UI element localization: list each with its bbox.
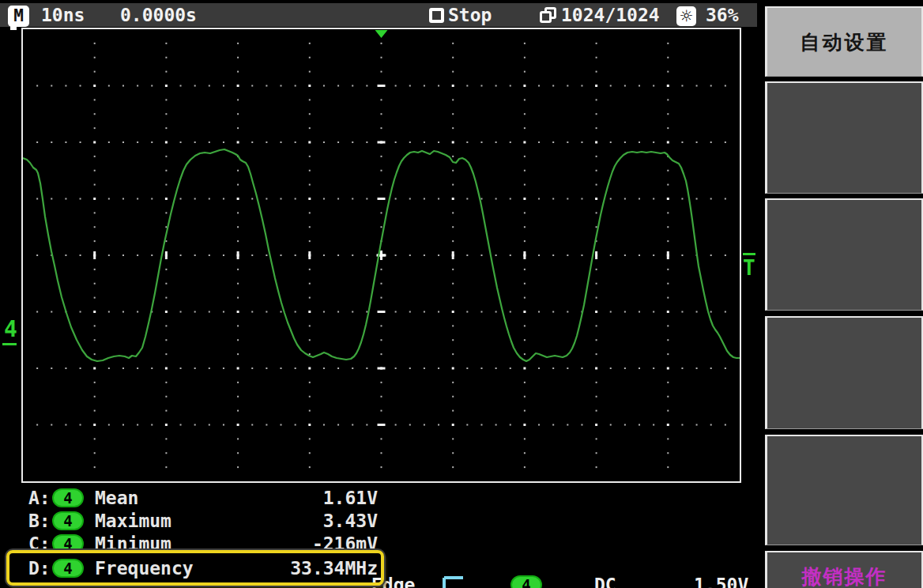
measurement-value: 1.61V xyxy=(323,488,378,508)
measurement-name: Maximum xyxy=(95,511,171,531)
softkey-button-2[interactable] xyxy=(765,81,923,194)
pages-icon-front xyxy=(540,11,552,23)
softkey-button-6-撤销操作[interactable]: 撤销操作 xyxy=(765,551,923,588)
trigger-coupling-label: DC xyxy=(594,575,616,588)
channel-badge: 4 xyxy=(52,488,84,507)
measurement-slot-id: B: xyxy=(28,511,51,531)
channel4-position-underline xyxy=(2,343,17,345)
waveform-display xyxy=(21,28,741,483)
measurement-name: Mean xyxy=(95,488,138,508)
highlight-box-frequency xyxy=(6,550,384,586)
main-timebase-icon-tail xyxy=(10,26,17,30)
softkey-button-3[interactable] xyxy=(765,198,923,311)
timebase-readout: 10ns xyxy=(41,5,85,25)
trigger-level-readout: 1.50V xyxy=(694,575,748,588)
measurement-row-maximum: B:4Maximum3.43V xyxy=(24,511,379,533)
pages-readout: 1024/1024 xyxy=(561,5,660,25)
channel-badge: 4 xyxy=(52,511,84,530)
softkey-button-5[interactable] xyxy=(765,435,923,545)
top-status-bar: M 10ns 0.0000s Stop 1024/1024 ☼ 36% xyxy=(0,3,757,27)
falling-edge-icon xyxy=(436,576,468,588)
trigger-position-marker xyxy=(375,30,388,38)
softkey-button-1-自动设置[interactable]: 自动设置 xyxy=(765,6,923,77)
brightness-icon: ☼ xyxy=(676,6,696,26)
stop-icon xyxy=(429,8,444,23)
softkey-button-4[interactable] xyxy=(765,316,923,429)
softkey-sidebar: 自动设置撤销操作 xyxy=(760,0,923,588)
channel4-position-marker[interactable]: 4 xyxy=(4,316,17,342)
trigger-source-channel-badge: 4 xyxy=(510,575,542,588)
trigger-level-overbar xyxy=(743,253,755,255)
trigger-level-marker[interactable]: T xyxy=(743,258,755,278)
run-state-label: Stop xyxy=(448,5,492,25)
brightness-readout: 36% xyxy=(706,5,739,25)
horizontal-offset-readout: 0.0000s xyxy=(120,5,197,25)
measurement-value: 3.43V xyxy=(323,511,378,531)
measurement-slot-id: A: xyxy=(28,488,51,508)
graticule-svg xyxy=(23,29,740,481)
main-timebase-icon: M xyxy=(8,6,29,27)
measurement-row-mean: A:4Mean1.61V xyxy=(24,488,379,510)
